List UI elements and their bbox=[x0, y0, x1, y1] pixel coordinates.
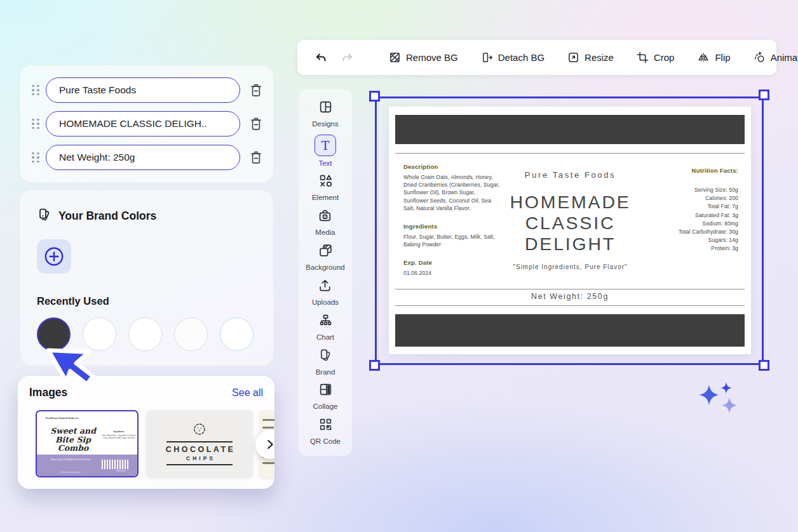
crop-icon bbox=[637, 51, 649, 63]
resize-handle-bottom-left[interactable] bbox=[369, 360, 380, 371]
resize-icon bbox=[567, 51, 579, 63]
brand-icon bbox=[318, 348, 333, 365]
thumb1-ingredients-heading: Ingredients bbox=[103, 430, 135, 433]
thumbnail-chocolate-chips[interactable]: CHOCOLATE CHIPS bbox=[146, 410, 253, 477]
thumb2-title: CHOCOLATE bbox=[164, 445, 236, 454]
flip-icon bbox=[697, 51, 710, 63]
text-input-brand[interactable] bbox=[59, 84, 227, 96]
color-swatch[interactable] bbox=[220, 317, 254, 351]
element-icon bbox=[318, 173, 333, 190]
thumb1-purple-band: Where Every Treat Meets Its Perfect Drin… bbox=[37, 455, 137, 476]
cookie-icon bbox=[193, 422, 206, 439]
resize-button[interactable]: Resize bbox=[567, 51, 614, 63]
text-icon: T bbox=[314, 135, 336, 156]
sidebar-item-chart[interactable]: Chart bbox=[316, 313, 334, 341]
images-panel: Images See all PureFlavour Foods & Drink… bbox=[18, 376, 274, 489]
sidebar-item-text[interactable]: T Text bbox=[314, 135, 336, 167]
sidebar-item-background[interactable]: Background bbox=[306, 243, 344, 271]
plus-circle-icon bbox=[43, 246, 65, 267]
rule-line bbox=[166, 441, 233, 442]
thumb1-footer: Crafted with care & flavor bbox=[53, 471, 88, 474]
flip-button[interactable]: Flip bbox=[697, 51, 730, 63]
text-bar bbox=[262, 427, 274, 429]
add-brand-color-button[interactable] bbox=[37, 239, 71, 274]
thumb1-barcode-label: 8 901234 567 bbox=[116, 470, 126, 472]
trash-icon[interactable] bbox=[249, 150, 263, 165]
flip-label: Flip bbox=[715, 52, 730, 63]
thumbnail-sweet-bite-combo[interactable]: PureFlavour Foods & Drinks Co. Sweet and… bbox=[36, 410, 139, 477]
chevron-right-icon bbox=[263, 437, 274, 451]
chart-icon bbox=[318, 313, 333, 330]
resize-handle-top-left[interactable] bbox=[369, 91, 380, 102]
drag-handle-icon[interactable] bbox=[30, 85, 41, 96]
images-title: Images bbox=[29, 386, 67, 399]
animate-button[interactable]: Animate bbox=[754, 51, 798, 63]
remove-bg-icon bbox=[389, 51, 401, 63]
color-swatch-dark[interactable] bbox=[37, 317, 71, 351]
background-icon bbox=[318, 243, 333, 260]
collage-icon bbox=[318, 382, 333, 399]
sidebar-item-brand[interactable]: Brand bbox=[316, 348, 335, 376]
animate-label: Animate bbox=[771, 52, 798, 63]
uploads-icon bbox=[318, 278, 332, 295]
app-canvas: Remove BG Detach BG Resize bbox=[0, 0, 798, 532]
text-layers-panel bbox=[20, 65, 273, 182]
color-swatch[interactable] bbox=[83, 317, 116, 351]
drag-handle-icon[interactable] bbox=[30, 152, 41, 163]
thumb1-tagline: Where Every Treat Meets Its Perfect Drin… bbox=[46, 458, 95, 462]
detach-bg-button[interactable]: Detach BG bbox=[481, 51, 544, 63]
trash-icon[interactable] bbox=[249, 116, 263, 131]
text-input-wrap bbox=[46, 77, 240, 103]
barcode bbox=[102, 460, 130, 469]
text-layer-row bbox=[29, 145, 263, 170]
brand-colors-panel: Your Brand Colors Recently Used bbox=[20, 190, 273, 366]
animate-icon bbox=[754, 51, 766, 63]
media-icon bbox=[318, 208, 332, 225]
carousel-next-button[interactable] bbox=[255, 430, 274, 459]
text-input-wrap bbox=[46, 111, 240, 136]
sidebar-item-collage[interactable]: Collage bbox=[313, 382, 338, 410]
designs-icon bbox=[318, 100, 333, 117]
sidebar-item-element[interactable]: Element bbox=[312, 173, 339, 201]
rule-line bbox=[166, 464, 233, 465]
top-toolbar: Remove BG Detach BG Resize bbox=[297, 40, 776, 75]
sidebar-item-uploads[interactable]: Uploads bbox=[312, 278, 339, 306]
ai-sparkles-icon bbox=[696, 380, 742, 422]
remove-bg-button[interactable]: Remove BG bbox=[389, 51, 458, 63]
qr-code-icon bbox=[318, 417, 333, 434]
undo-icon[interactable] bbox=[314, 51, 328, 65]
recent-colors-row bbox=[37, 317, 257, 351]
sidebar-item-media[interactable]: Media bbox=[315, 208, 335, 236]
detach-bg-label: Detach BG bbox=[498, 52, 544, 63]
color-swatch[interactable] bbox=[174, 317, 208, 351]
color-swatch[interactable] bbox=[128, 317, 162, 351]
text-input-netweight[interactable] bbox=[59, 152, 227, 163]
brand-colors-title: Your Brand Colors bbox=[58, 209, 156, 223]
text-input-weight bbox=[46, 145, 240, 170]
trash-icon[interactable] bbox=[249, 83, 263, 98]
text-layer-row bbox=[29, 77, 263, 103]
crop-label: Crop bbox=[654, 52, 675, 63]
selection-bounding-box[interactable] bbox=[375, 96, 764, 365]
resize-handle-top-right[interactable] bbox=[759, 90, 769, 100]
sidebar-item-designs[interactable]: Designs bbox=[312, 100, 339, 128]
resize-handle-bottom-right[interactable] bbox=[759, 360, 769, 371]
brand-swatches-icon bbox=[37, 207, 52, 225]
resize-label: Resize bbox=[585, 52, 614, 63]
text-layer-row bbox=[29, 111, 263, 136]
thumb1-company: PureFlavour Foods & Drinks Co. bbox=[46, 417, 79, 420]
text-bar bbox=[262, 462, 274, 464]
drag-handle-icon[interactable] bbox=[30, 119, 41, 130]
thumb1-title: Sweet and Bite Sip Combo bbox=[42, 427, 104, 453]
text-bar bbox=[262, 419, 274, 421]
redo-icon[interactable] bbox=[341, 51, 355, 65]
see-all-link[interactable]: See all bbox=[232, 387, 263, 399]
text-input-title[interactable] bbox=[59, 118, 227, 130]
recently-used-label: Recently Used bbox=[37, 295, 257, 307]
crop-button[interactable]: Crop bbox=[637, 51, 675, 63]
sidebar-item-qr-code[interactable]: QR Code bbox=[310, 417, 341, 445]
thumb2-subtitle: CHIPS bbox=[184, 455, 215, 462]
thumb1-ingredients-body: Oats, Wheat Flour, Vegetable Oil, Natura… bbox=[100, 434, 137, 440]
tools-sidebar: Designs T Text Element Media bbox=[299, 89, 352, 456]
detach-bg-icon bbox=[481, 51, 493, 63]
